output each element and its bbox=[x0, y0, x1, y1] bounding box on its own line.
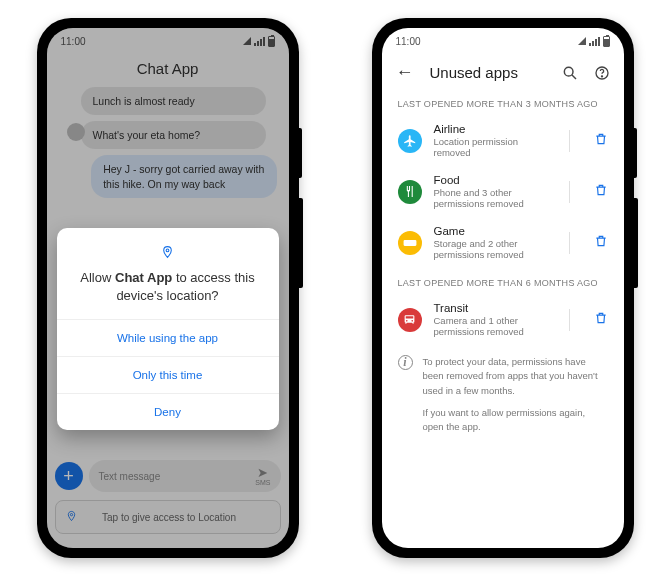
svg-line-3 bbox=[572, 75, 576, 79]
info-text: To protect your data, permissions have b… bbox=[423, 355, 608, 442]
divider bbox=[569, 181, 570, 203]
app-subtext: Camera and 1 other permissions removed bbox=[434, 315, 551, 337]
screen-right: 11:00 ← Unused apps LAST OPENED MORE THA… bbox=[382, 28, 624, 548]
divider bbox=[569, 130, 570, 152]
transit-icon bbox=[398, 308, 422, 332]
delete-button[interactable] bbox=[588, 128, 614, 153]
delete-button[interactable] bbox=[588, 179, 614, 204]
phone-side-button bbox=[634, 128, 637, 178]
app-name: Transit bbox=[434, 302, 551, 314]
delete-button[interactable] bbox=[588, 307, 614, 332]
signal-icon bbox=[589, 37, 600, 46]
section-header: LAST OPENED MORE THAN 6 MONTHS AGO bbox=[382, 268, 624, 294]
airplane-icon bbox=[398, 129, 422, 153]
phone-side-button bbox=[299, 128, 302, 178]
status-icons bbox=[578, 36, 610, 47]
svg-point-1 bbox=[166, 249, 169, 252]
gamepad-icon bbox=[398, 231, 422, 255]
dialog-option-deny[interactable]: Deny bbox=[57, 393, 279, 430]
delete-button[interactable] bbox=[588, 230, 614, 255]
dialog-title: Allow Chat App to access this device's l… bbox=[75, 269, 261, 305]
svg-point-5 bbox=[601, 75, 602, 76]
phone-side-button bbox=[634, 198, 638, 288]
phone-right: 11:00 ← Unused apps LAST OPENED MORE THA… bbox=[372, 18, 634, 558]
status-time: 11:00 bbox=[396, 36, 421, 47]
screen-left: 11:00 Chat App Lunch is almost ready Wha… bbox=[47, 28, 289, 548]
info-row: i To protect your data, permissions have… bbox=[382, 345, 624, 452]
permission-dialog: Allow Chat App to access this device's l… bbox=[57, 228, 279, 430]
phone-left: 11:00 Chat App Lunch is almost ready Wha… bbox=[37, 18, 299, 558]
divider bbox=[569, 309, 570, 331]
section-header: LAST OPENED MORE THAN 3 MONTHS AGO bbox=[382, 89, 624, 115]
app-row-game[interactable]: Game Storage and 2 other permissions rem… bbox=[382, 217, 624, 268]
back-button[interactable]: ← bbox=[396, 62, 414, 83]
wifi-icon bbox=[578, 37, 586, 45]
dialog-option-while-using[interactable]: While using the app bbox=[57, 319, 279, 356]
app-subtext: Location permission removed bbox=[434, 136, 551, 158]
app-row-food[interactable]: Food Phone and 3 other permissions remov… bbox=[382, 166, 624, 217]
app-subtext: Storage and 2 other permissions removed bbox=[434, 238, 551, 260]
app-bar: ← Unused apps bbox=[382, 54, 624, 89]
app-name: Airline bbox=[434, 123, 551, 135]
phone-side-button bbox=[299, 198, 303, 288]
status-bar: 11:00 bbox=[382, 28, 624, 54]
divider bbox=[569, 232, 570, 254]
app-subtext: Phone and 3 other permissions removed bbox=[434, 187, 551, 209]
svg-point-2 bbox=[564, 67, 573, 76]
page-title: Unused apps bbox=[430, 64, 546, 81]
search-icon[interactable] bbox=[562, 65, 578, 81]
app-name: Food bbox=[434, 174, 551, 186]
battery-icon bbox=[603, 36, 610, 47]
help-icon[interactable] bbox=[594, 65, 610, 81]
app-row-transit[interactable]: Transit Camera and 1 other permissions r… bbox=[382, 294, 624, 345]
dialog-option-only-this-time[interactable]: Only this time bbox=[57, 356, 279, 393]
location-pin-icon bbox=[75, 244, 261, 263]
info-icon: i bbox=[398, 355, 413, 370]
food-icon bbox=[398, 180, 422, 204]
app-row-airline[interactable]: Airline Location permission removed bbox=[382, 115, 624, 166]
app-name: Game bbox=[434, 225, 551, 237]
